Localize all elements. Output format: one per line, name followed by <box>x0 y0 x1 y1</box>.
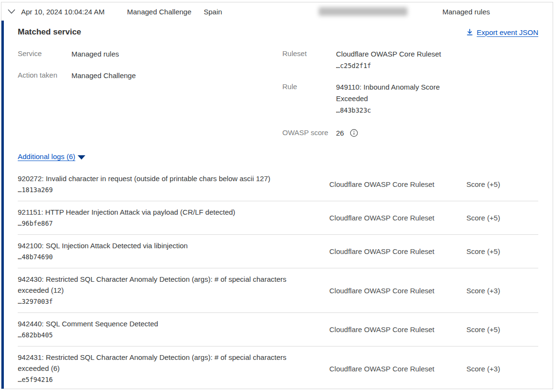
service-label: Service <box>18 48 71 60</box>
additional-logs-toggle[interactable]: Additional logs (6) <box>18 152 85 161</box>
log-row: 942430: Restricted SQL Character Anomaly… <box>18 268 538 313</box>
log-ruleset: Cloudflare OWASP Core Ruleset <box>305 214 466 222</box>
log-ruleset: Cloudflare OWASP Core Ruleset <box>305 287 466 295</box>
event-row-expanded: Apr 10, 2024 10:04:24 AM Managed Challen… <box>1 2 553 389</box>
rule-field: Rule 949110: Inbound Anomaly Score Excee… <box>282 81 538 116</box>
ruleset-field: Ruleset Cloudflare OWASP Core Ruleset …c… <box>282 48 538 71</box>
owasp-score-field: OWASP score 26 <box>282 127 538 138</box>
download-icon <box>466 28 474 36</box>
log-row: 920272: Invalid character in request (ou… <box>18 168 538 201</box>
log-row: 942100: SQL Injection Attack Detected vi… <box>18 235 538 268</box>
log-description: 921151: HTTP Header Injection Attack via… <box>18 207 305 218</box>
redacted-host-text <box>319 7 407 16</box>
service-value: Managed rules <box>71 48 119 60</box>
rule-value: 949110: Inbound Anomaly Score Exceeded <box>336 81 451 104</box>
log-ruleset: Cloudflare OWASP Core Ruleset <box>305 325 466 334</box>
log-description: 942440: SQL Comment Sequence Detected <box>18 318 305 329</box>
log-score: Score (+3) <box>466 365 538 373</box>
log-id-hash: …3297003f <box>18 296 305 307</box>
log-id-hash: …48b74690 <box>18 251 305 263</box>
log-row: 921151: HTTP Header Injection Attack via… <box>18 201 538 235</box>
action-taken-label: Action taken <box>18 70 71 81</box>
log-description: 942100: SQL Injection Attack Detected vi… <box>18 240 305 251</box>
event-header-row[interactable]: Apr 10, 2024 10:04:24 AM Managed Challen… <box>1 2 553 21</box>
event-action: Managed Challenge <box>127 8 204 16</box>
log-id-hash: …e5f94216 <box>18 374 305 385</box>
collapse-chevron-icon[interactable] <box>7 9 17 14</box>
log-ruleset: Cloudflare OWASP Core Ruleset <box>305 365 466 373</box>
ruleset-label: Ruleset <box>282 48 336 71</box>
event-timestamp: Apr 10, 2024 10:04:24 AM <box>21 8 127 16</box>
log-description: 942431: Restricted SQL Character Anomaly… <box>18 352 305 374</box>
event-country: Spain <box>204 8 319 16</box>
log-score: Score (+5) <box>466 180 538 188</box>
log-description: 920272: Invalid character in request (ou… <box>18 173 305 184</box>
log-ruleset: Cloudflare OWASP Core Ruleset <box>305 247 466 255</box>
service-field: Service Managed rules <box>18 48 282 60</box>
event-detail-panel: Matched service Export event JSON Servic… <box>1 21 553 389</box>
additional-logs-label: Additional logs (6) <box>18 152 75 161</box>
owasp-score-value: 26 <box>336 129 344 137</box>
log-row: 942440: SQL Comment Sequence Detected …6… <box>18 313 538 346</box>
owasp-score-label: OWASP score <box>282 127 336 138</box>
info-icon[interactable] <box>350 129 358 137</box>
export-event-json-link[interactable]: Export event JSON <box>466 28 538 36</box>
log-description: 942430: Restricted SQL Character Anomaly… <box>18 274 305 296</box>
log-id-hash: …1813a269 <box>18 184 305 196</box>
log-score: Score (+5) <box>466 325 538 334</box>
log-id-hash: …96bfe867 <box>18 218 305 229</box>
rule-id-hash: …843b323c <box>336 104 451 116</box>
action-taken-value: Managed Challenge <box>71 70 136 81</box>
event-service: Managed rules <box>442 8 490 16</box>
log-id-hash: …682bb405 <box>18 329 305 341</box>
log-score: Score (+3) <box>466 287 538 295</box>
export-link-label: Export event JSON <box>477 28 538 36</box>
triangle-down-icon <box>78 155 85 160</box>
log-row: 942431: Restricted SQL Character Anomaly… <box>18 346 538 389</box>
panel-title: Matched service <box>18 27 81 37</box>
rule-label: Rule <box>282 81 336 116</box>
log-score: Score (+5) <box>466 247 538 255</box>
ruleset-value: Cloudflare OWASP Core Ruleset <box>336 48 441 60</box>
log-ruleset: Cloudflare OWASP Core Ruleset <box>305 180 466 188</box>
additional-logs-table: 920272: Invalid character in request (ou… <box>18 168 538 389</box>
action-taken-field: Action taken Managed Challenge <box>18 70 282 81</box>
log-score: Score (+5) <box>466 214 538 222</box>
ruleset-id-hash: …c25d2f1f <box>336 60 441 71</box>
